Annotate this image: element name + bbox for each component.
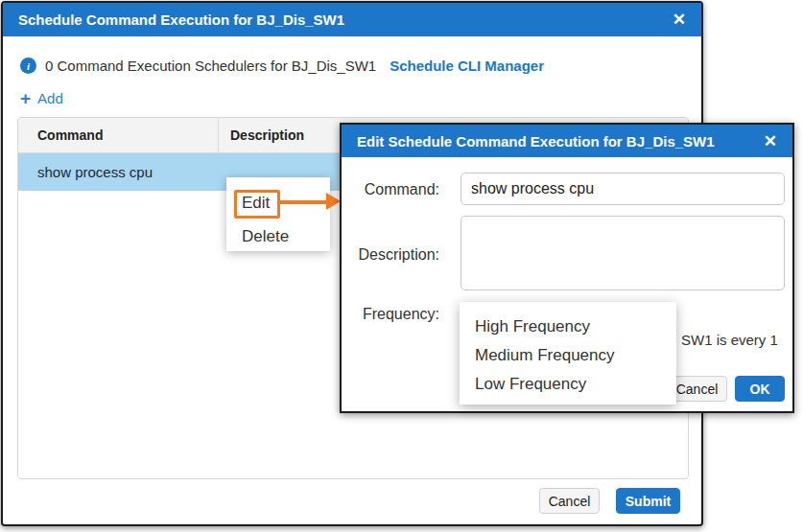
frequency-field-label: Frequency: [351, 306, 439, 323]
add-button[interactable]: + Add [20, 89, 63, 107]
close-icon[interactable]: ✕ [673, 12, 686, 28]
frequency-dropdown: High Frequency Medium Frequency Low Freq… [460, 302, 676, 405]
info-icon: i [20, 58, 36, 74]
command-input[interactable] [461, 173, 785, 205]
edit-close-icon[interactable]: ✕ [764, 133, 777, 150]
schedule-dialog-title: Schedule Command Execution for BJ_Dis_SW… [18, 12, 344, 28]
scheduler-info-row: i 0 Command Execution Schedulers for BJ_… [20, 58, 544, 74]
edit-dialog-titlebar: Edit Schedule Command Execution for BJ_D… [342, 125, 792, 157]
edit-annotation-box: Edit [234, 190, 280, 219]
cancel-button[interactable]: Cancel [539, 488, 600, 514]
annotation-arrow-line [279, 200, 328, 204]
screen: Schedule Command Execution for BJ_Dis_SW… [0, 0, 803, 532]
edit-menu-label: Edit [242, 194, 270, 212]
annotation-arrow-head [326, 193, 341, 210]
frequency-hint-text: SW1 is every 1 [681, 332, 778, 348]
frequency-option-low[interactable]: Low Frequency [460, 370, 676, 399]
edit-dialog-title: Edit Schedule Command Execution for BJ_D… [357, 133, 715, 150]
schedule-dialog-titlebar: Schedule Command Execution for BJ_Dis_SW… [3, 3, 701, 36]
command-field-label: Command: [351, 181, 439, 198]
frequency-option-high[interactable]: High Frequency [460, 312, 676, 341]
row-context-menu: Edit Delete [226, 177, 330, 251]
add-button-label: Add [37, 90, 63, 106]
frequency-option-medium[interactable]: Medium Frequency [460, 341, 676, 370]
scheduler-count-text: 0 Command Execution Schedulers for BJ_Di… [45, 58, 376, 74]
description-textarea[interactable] [461, 216, 785, 290]
edit-ok-button[interactable]: OK [735, 376, 785, 402]
plus-icon: + [20, 89, 31, 107]
column-header-command: Command [18, 118, 219, 152]
description-field-label: Description: [351, 246, 439, 264]
command-cell: show process cpu [18, 164, 153, 180]
schedule-cli-manager-link[interactable]: Schedule CLI Manager [390, 58, 544, 74]
context-menu-item-delete[interactable]: Delete [226, 222, 330, 251]
context-menu-item-edit[interactable]: Edit [226, 186, 330, 222]
submit-button[interactable]: Submit [616, 488, 680, 514]
